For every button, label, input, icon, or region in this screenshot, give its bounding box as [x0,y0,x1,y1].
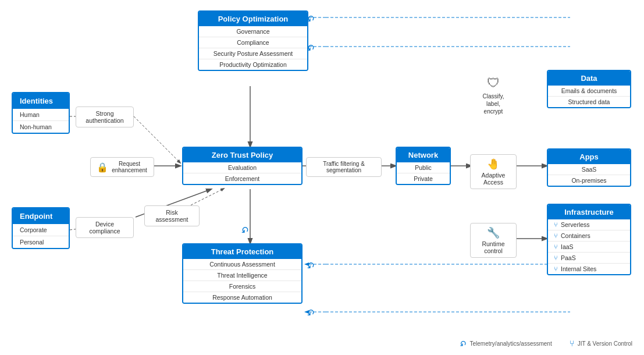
apps-header: Apps [548,150,630,164]
request-enhancement-label: 🔒 Request enhancement [90,157,154,177]
legend-jit-label: JIT & Version Control [578,340,632,347]
strong-auth-label: Strong authentication [76,106,134,127]
identities-human: Human [13,109,69,121]
apps-on-premises: On-premises [548,175,630,186]
network-box: Network Public Private [396,147,451,185]
endpoint-personal: Personal [13,236,69,248]
risk-assessment-label: Risk assessment [144,205,200,226]
telemetry-icon-top1: ↺ [307,13,315,24]
telemetry-icon-top2: ↺ [307,42,315,53]
threat-intelligence: Threat Intelligence [183,270,301,281]
endpoint-corporate: Corporate [13,224,69,236]
zero-trust-header: Zero Trust Policy [183,148,301,162]
policy-optimization-box: Policy Optimization Governance Complianc… [198,10,308,71]
data-structured: Structured data [548,97,630,107]
legend-telemetry-icon: ↺ [460,339,467,348]
data-box: Data Emails & documents Structured data [547,70,631,108]
threat-continuous: Continuous Assessment [183,259,301,270]
svg-line-1 [134,116,180,163]
infra-containers: ⑂ Containers [548,230,630,242]
infra-serverless: ⑂ Serverless [548,219,630,230]
endpoint-header: Endpoint [13,208,69,224]
policy-opt-header: Policy Optimization [199,12,307,26]
legend-telemetry-label: Telemetry/analytics/assessment [470,340,552,347]
zero-trust-evaluation: Evaluation [183,162,301,173]
data-header: Data [548,71,630,86]
identities-nonhuman: Non-human [13,121,69,133]
endpoint-box: Endpoint Corporate Personal [12,207,70,249]
jit-icon-paas: ⑂ [554,254,558,261]
classify-label-box: 🛡 Classify,label,encrypt [470,76,517,115]
network-private: Private [397,173,450,184]
infra-paas: ⑂ PaaS [548,253,630,264]
jit-icon-internal: ⑂ [554,265,558,272]
infrastructure-header: Infrastructure [548,205,630,219]
adaptive-text: Adaptive Access [476,172,510,186]
jit-icon-containers: ⑂ [554,232,558,239]
policy-opt-productivity: Productivity Optimization [199,59,307,70]
diagram: Identities Human Non-human Endpoint Corp… [0,0,644,355]
legend: ↺ Telemetry/analytics/assessment ⑂ JIT &… [460,339,632,348]
traffic-filtering-label: Traffic filtering & segmentation [306,157,382,177]
telemetry-icon-threat2: ↺ [307,307,315,318]
request-icon: 🔒 [97,162,108,173]
telemetry-icon-threat1: ↺ [307,260,315,271]
infra-iaas: ⑂ IaaS [548,242,630,253]
jit-icon-iaas: ⑂ [554,243,558,250]
shield-icon: 🛡 [487,76,500,91]
policy-opt-security: Security Posture Assessment [199,48,307,59]
zero-trust-enforcement: Enforcement [183,173,301,184]
runtime-control-box: 🔧 Runtime control [470,223,517,258]
classify-text: Classify,label,encrypt [482,93,504,115]
runtime-icon: 🔧 [476,226,510,239]
infrastructure-box: Infrastructure ⑂ Serverless ⑂ Containers… [547,204,631,275]
request-text: Request enhancement [111,161,148,173]
identities-header: Identities [13,93,69,109]
legend-jit-icon: ⑂ [570,339,574,348]
threat-protection-header: Threat Protection [183,244,301,259]
jit-icon-serverless: ⑂ [554,221,558,228]
network-public: Public [397,162,450,173]
identities-box: Identities Human Non-human [12,92,70,134]
policy-opt-governance: Governance [199,26,307,37]
threat-protection-box: Threat Protection Continuous Assessment … [182,243,303,304]
legend-jit: ⑂ JIT & Version Control [570,339,632,348]
threat-response: Response Automation [183,292,301,303]
infra-internal: ⑂ Internal Sites [548,264,630,274]
adaptive-icon: 🤚 [476,158,510,171]
apps-box: Apps SaaS On-premises [547,148,631,187]
data-emails: Emails & documents [548,86,630,97]
runtime-text: Runtime control [476,240,510,254]
policy-opt-compliance: Compliance [199,37,307,48]
device-compliance-label: Device compliance [76,217,134,238]
zero-trust-box: Zero Trust Policy Evaluation Enforcement [182,147,303,185]
adaptive-access-box: 🤚 Adaptive Access [470,154,517,189]
network-header: Network [397,148,450,162]
threat-forensics: Forensics [183,281,301,292]
apps-saas: SaaS [548,164,630,175]
legend-telemetry: ↺ Telemetry/analytics/assessment [460,339,552,348]
telemetry-icon-mid: ↺ [241,224,249,235]
